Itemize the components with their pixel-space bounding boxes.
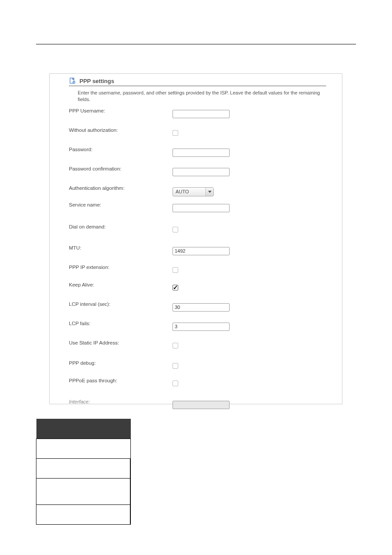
ppp-debug-checkbox[interactable] xyxy=(173,363,178,369)
password-input[interactable] xyxy=(173,149,230,157)
section-header: PPP settings xyxy=(69,77,326,86)
auth-algo-value: AUTO xyxy=(176,189,189,194)
pppoe-passthrough-label: PPPoE pass through: xyxy=(69,377,173,383)
password-label: Password: xyxy=(69,146,173,152)
lcp-fails-input[interactable] xyxy=(173,323,230,331)
lcp-interval-input[interactable] xyxy=(173,303,230,312)
chevron-down-icon xyxy=(205,188,213,196)
dial-on-demand-label: Dial on demand: xyxy=(69,223,173,229)
interface-label: Interface: xyxy=(69,398,173,404)
section-title: PPP settings xyxy=(79,78,114,84)
bottom-parameter-table xyxy=(36,419,131,525)
ppp-settings-panel: PPP settings Enter the username, passwor… xyxy=(49,73,342,404)
lcp-interval-label: LCP interval (sec): xyxy=(69,301,173,307)
mtu-label: MTU: xyxy=(69,244,173,250)
without-auth-label: Without authorization: xyxy=(69,127,173,133)
ppp-ip-ext-label: PPP IP extension: xyxy=(69,264,173,270)
service-name-input[interactable] xyxy=(173,204,230,212)
use-static-ip-label: Use Static IP Address: xyxy=(69,339,173,345)
without-auth-checkbox[interactable] xyxy=(173,130,178,136)
pppoe-passthrough-checkbox[interactable] xyxy=(173,381,178,386)
keep-alive-label: Keep Alive: xyxy=(69,281,173,287)
section-description: Enter the username, password, and other … xyxy=(69,90,326,107)
interface-input xyxy=(173,401,230,409)
document-icon xyxy=(69,77,76,84)
ppp-username-input[interactable] xyxy=(173,110,230,118)
service-name-label: Service name: xyxy=(69,201,173,207)
table-cell xyxy=(36,458,130,478)
page-top-rule xyxy=(36,44,356,44)
password-conf-label: Password confirmation: xyxy=(69,165,173,171)
table-header-bar xyxy=(36,419,131,439)
table-cell xyxy=(36,478,130,504)
ppp-username-label: PPP Username: xyxy=(69,107,173,113)
ppp-ip-ext-checkbox[interactable] xyxy=(173,267,178,273)
ppp-debug-label: PPP debug: xyxy=(69,359,173,366)
table-cell xyxy=(36,504,130,524)
dial-on-demand-checkbox[interactable] xyxy=(173,227,178,232)
table-cell xyxy=(130,504,131,524)
use-static-ip-checkbox[interactable] xyxy=(173,343,178,348)
lcp-fails-label: LCP fails: xyxy=(69,320,173,326)
auth-algo-label: Authentication algorithm: xyxy=(69,185,173,191)
table-row xyxy=(36,439,131,458)
keep-alive-checkbox[interactable]: ✓ xyxy=(173,285,178,290)
auth-algo-select[interactable]: AUTO xyxy=(173,187,214,196)
password-conf-input[interactable] xyxy=(173,168,230,176)
mtu-input[interactable] xyxy=(173,247,230,255)
table-cell xyxy=(130,478,131,504)
table-cell xyxy=(130,458,131,478)
